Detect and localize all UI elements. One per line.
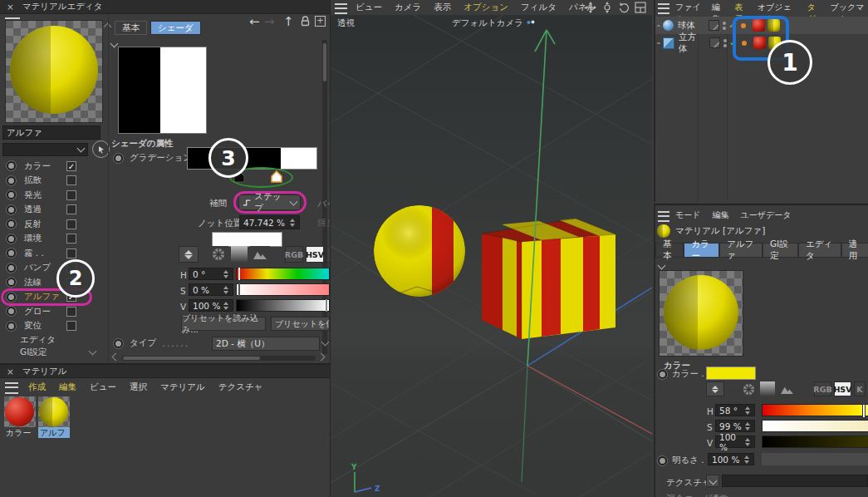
channel-checkbox[interactable] [66, 248, 76, 258]
move-view-icon[interactable] [585, 2, 596, 13]
menu-texture[interactable]: テクスチャ [218, 381, 263, 393]
tab-alpha[interactable]: アルファ [719, 243, 763, 258]
channel-radio[interactable] [6, 204, 17, 215]
hue-field[interactable]: 0 ° [189, 268, 233, 280]
saturation-slider[interactable] [236, 283, 330, 296]
channel-row-color[interactable]: カラー ✓ [0, 159, 108, 174]
color-swatch[interactable] [706, 367, 756, 380]
rotate-view-icon[interactable] [618, 2, 630, 13]
compact-mode-icon[interactable] [179, 246, 199, 263]
hamburger-menu-icon[interactable] [658, 211, 669, 222]
texture-dropdown-button[interactable] [706, 475, 719, 487]
channel-radio[interactable] [6, 263, 17, 273]
pick-material-button[interactable] [92, 140, 110, 158]
tab-color[interactable]: カラー [684, 243, 719, 258]
hue-field[interactable]: 58 ° [715, 404, 755, 416]
toggle-views-icon[interactable] [635, 2, 646, 13]
channel-row-diffusion[interactable]: 拡散 [0, 174, 108, 189]
channel-radio[interactable] [6, 219, 17, 229]
tab-editor[interactable]: エディタ [798, 243, 841, 258]
hamburger-menu-icon[interactable] [335, 3, 347, 14]
back-arrow-icon[interactable]: ← [249, 14, 260, 29]
channel-row-transparency[interactable]: 透過 [0, 203, 108, 218]
menu-select[interactable]: 選択 [130, 381, 147, 393]
channel-checkbox[interactable]: ✓ [66, 161, 76, 171]
channel-checkbox[interactable] [66, 321, 76, 331]
menu-create[interactable]: 作成 [28, 381, 46, 393]
image-picker-icon[interactable] [777, 381, 796, 396]
color-wheel-icon[interactable] [739, 381, 758, 396]
spectrum-icon[interactable] [231, 246, 248, 263]
shader-preset-dropdown[interactable] [2, 143, 88, 156]
channel-row-glow[interactable]: グロー [0, 304, 108, 319]
knot-position-field[interactable]: 47.742 % [239, 215, 300, 229]
camera-label[interactable]: デフォルトカメラ [452, 17, 523, 29]
zoom-view-icon[interactable] [601, 2, 613, 13]
menu-edit[interactable]: 編集 [59, 381, 76, 393]
channel-row-environment[interactable]: 環境 [0, 232, 108, 247]
viewport-scene-3d[interactable]: Y Z [331, 15, 652, 497]
render-visibility-dot[interactable] [723, 27, 726, 30]
rgb-mode-button[interactable]: RGB [285, 246, 303, 263]
channel-checkbox[interactable] [66, 204, 76, 214]
channel-radio[interactable] [6, 277, 17, 288]
rgb-mode-button[interactable]: RGB [814, 381, 831, 396]
tab-shader[interactable]: シェーダ [150, 21, 201, 35]
type-dropdown[interactable]: 2D - 横（U） [212, 337, 320, 351]
collapse-chevron-icon[interactable] [110, 40, 119, 48]
tab-assign[interactable]: 適用 [841, 243, 868, 258]
channel-row-fog[interactable]: 霧 . . [0, 246, 108, 261]
menu-camera[interactable]: カメラ [395, 2, 421, 13]
channel-item-gi[interactable]: GI設定 [0, 346, 108, 358]
hue-slider[interactable] [762, 404, 868, 416]
save-preset-button[interactable]: プリセットを保 [271, 317, 330, 331]
new-window-icon[interactable]: + [315, 16, 326, 27]
sphere-object[interactable] [374, 205, 465, 297]
value-slider[interactable] [236, 299, 330, 312]
saturation-field[interactable]: 99 % [715, 420, 755, 432]
knot-color-swatch[interactable] [212, 232, 282, 247]
menu-view[interactable]: ビュー [90, 381, 116, 393]
hamburger-menu-icon[interactable] [658, 3, 669, 14]
forward-arrow-icon[interactable]: → [264, 14, 275, 29]
value-field[interactable]: 100 % [715, 435, 755, 448]
type-radio[interactable] [113, 338, 124, 349]
channel-radio[interactable] [6, 306, 17, 317]
scroll-left-icon[interactable] [112, 353, 120, 362]
saturation-slider-handle[interactable] [238, 283, 240, 296]
channel-checkbox[interactable] [66, 219, 76, 229]
close-icon[interactable]: × [7, 2, 14, 12]
lock-icon[interactable] [300, 16, 311, 29]
menu-filter[interactable]: フィルタ [521, 2, 557, 13]
editor-visibility-dot[interactable] [723, 22, 726, 25]
material-preview[interactable] [5, 20, 103, 123]
channel-radio[interactable] [6, 234, 17, 244]
tab-basic[interactable]: 基本 [115, 21, 147, 35]
material-preview[interactable] [659, 270, 743, 357]
brightness-slider[interactable] [762, 453, 868, 465]
material-tile-alpha[interactable]: アルファ [38, 396, 70, 438]
channel-radio[interactable] [6, 321, 17, 332]
channel-radio[interactable] [6, 160, 17, 171]
channel-row-displacement[interactable]: 変位 [0, 319, 108, 334]
load-preset-button[interactable]: プリセットを読み込み... [181, 317, 266, 331]
brightness-radio[interactable] [657, 455, 668, 466]
channel-checkbox[interactable] [66, 307, 76, 317]
value-slider-handle[interactable] [326, 299, 327, 312]
channel-checkbox[interactable] [66, 175, 76, 185]
hsv-mode-button[interactable]: HSV [306, 246, 324, 263]
material-tile-color[interactable]: カラー [4, 396, 36, 438]
hsv-mode-button[interactable]: HSV [834, 381, 851, 396]
shader-hscrollbar[interactable] [121, 356, 316, 361]
value-field[interactable]: 100 % [189, 299, 233, 312]
k-mode-button[interactable]: K [854, 381, 866, 396]
compact-mode-icon[interactable] [706, 381, 724, 396]
spectrum-icon[interactable] [760, 381, 775, 396]
channel-row-reflection[interactable]: 反射 [0, 217, 108, 232]
shader-preview[interactable] [118, 47, 207, 134]
saturation-slider[interactable] [762, 420, 868, 432]
image-picker-icon[interactable] [250, 246, 270, 263]
hamburger-menu-icon[interactable] [5, 382, 18, 394]
render-visibility-dot[interactable] [723, 44, 727, 47]
gradient-bar[interactable] [187, 147, 317, 170]
